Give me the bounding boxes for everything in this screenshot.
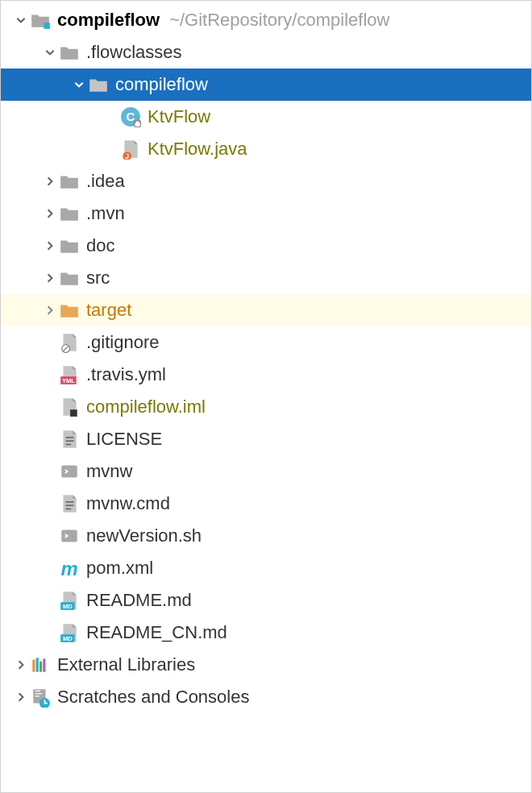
sh-file-icon [59, 461, 80, 482]
tree-item-src[interactable]: src [1, 262, 531, 294]
tree-item-scratches[interactable]: Scratches and Consoles [1, 681, 531, 713]
tree-item-newversion[interactable]: newVersion.sh [1, 520, 531, 552]
svg-text:C: C [127, 110, 135, 123]
tree-root-row[interactable]: compileflow ~/GitRepository/compileflow [1, 4, 531, 36]
chevron-right-icon[interactable] [12, 656, 30, 674]
item-label: compileflow.iml [86, 396, 206, 417]
tree-item-readme[interactable]: MD README.md [1, 584, 531, 617]
chevron-right-icon[interactable] [41, 301, 59, 319]
tree-item-idea[interactable]: .idea [1, 165, 531, 197]
tree-item-readme-cn[interactable]: MD README_CN.md [1, 617, 531, 649]
svg-rect-16 [61, 465, 77, 477]
tree-item-external-libraries[interactable]: External Libraries [1, 649, 531, 681]
item-label: External Libraries [57, 654, 195, 675]
chevron-down-icon[interactable] [12, 11, 30, 29]
sh-file-icon [59, 525, 80, 546]
folder-icon [59, 268, 80, 289]
item-label: KtvFlow.java [148, 139, 247, 160]
iml-file-icon [59, 396, 80, 417]
item-label: .flowclasses [86, 42, 182, 63]
java-file-icon: J [120, 139, 141, 160]
svg-text:YML: YML [62, 377, 75, 384]
svg-text:MD: MD [63, 635, 73, 642]
tree-item-iml[interactable]: compileflow.iml [1, 391, 531, 423]
item-label: .gitignore [86, 332, 160, 353]
item-label: doc [86, 235, 114, 256]
folder-icon [59, 300, 80, 321]
root-name: compileflow [57, 10, 160, 31]
tree-item-pom[interactable]: m pom.xml [1, 552, 531, 584]
svg-text:J: J [125, 152, 129, 160]
svg-rect-26 [32, 660, 35, 672]
text-file-icon [59, 493, 80, 514]
item-label: README.md [86, 590, 192, 611]
item-label: target [86, 300, 131, 321]
folder-icon [30, 10, 51, 31]
item-label: .travis.yml [86, 364, 166, 385]
folder-icon [88, 74, 109, 95]
chevron-right-icon[interactable] [41, 205, 59, 222]
tree-item-travis[interactable]: YML .travis.yml [1, 359, 531, 391]
folder-icon [59, 235, 80, 256]
tree-item-mvnw[interactable]: mvnw [1, 455, 531, 488]
svg-rect-29 [43, 658, 45, 671]
tree-item-mvnw-cmd[interactable]: mvnw.cmd [1, 488, 531, 520]
svg-text:MD: MD [63, 603, 73, 610]
svg-rect-5 [135, 123, 140, 127]
tree-item-ktvflow-class[interactable]: C KtvFlow [1, 101, 531, 133]
tree-item-target[interactable]: target [1, 294, 531, 326]
yml-file-icon: YML [59, 364, 80, 385]
svg-rect-28 [39, 662, 42, 672]
tree-item-gitignore[interactable]: .gitignore [1, 326, 531, 359]
folder-icon [59, 203, 80, 224]
project-tree: compileflow ~/GitRepository/compileflow … [1, 1, 531, 713]
svg-rect-0 [44, 23, 50, 29]
svg-text:m: m [60, 558, 77, 579]
item-label: README_CN.md [86, 622, 227, 643]
svg-rect-12 [70, 409, 77, 417]
item-label: KtvFlow [148, 106, 210, 127]
md-file-icon: MD [59, 590, 80, 611]
chevron-right-icon[interactable] [41, 172, 59, 190]
item-label: pom.xml [86, 558, 153, 579]
text-file-icon [59, 429, 80, 450]
tree-item-flowclasses[interactable]: .flowclasses [1, 36, 531, 69]
item-label: Scratches and Consoles [57, 687, 249, 708]
item-label: src [86, 268, 110, 289]
svg-rect-27 [36, 658, 39, 671]
item-label: mvnw [86, 461, 132, 482]
svg-rect-20 [61, 529, 77, 542]
maven-file-icon: m [59, 558, 80, 579]
md-file-icon: MD [59, 622, 80, 643]
root-path: ~/GitRepository/compileflow [169, 10, 389, 31]
class-icon: C [120, 106, 141, 127]
tree-item-ktvflow-java[interactable]: J KtvFlow.java [1, 133, 531, 165]
chevron-right-icon[interactable] [41, 269, 59, 287]
item-label: newVersion.sh [86, 525, 202, 546]
chevron-right-icon[interactable] [12, 688, 30, 706]
tree-item-doc[interactable]: doc [1, 230, 531, 262]
tree-item-mvn[interactable]: .mvn [1, 197, 531, 230]
item-label: .mvn [86, 203, 125, 224]
scratches-icon [30, 687, 51, 708]
chevron-down-icon[interactable] [41, 44, 59, 61]
item-label: LICENSE [86, 429, 162, 450]
item-label: compileflow [115, 74, 208, 95]
folder-icon [59, 171, 80, 192]
tree-item-compileflow-inner[interactable]: compileflow [1, 69, 531, 101]
folder-icon [59, 42, 80, 63]
chevron-down-icon[interactable] [70, 76, 88, 93]
chevron-right-icon[interactable] [41, 237, 59, 255]
file-icon [59, 332, 80, 353]
item-label: .idea [86, 171, 125, 192]
item-label: mvnw.cmd [86, 493, 170, 514]
libraries-icon [30, 654, 51, 675]
tree-item-license[interactable]: LICENSE [1, 423, 531, 455]
